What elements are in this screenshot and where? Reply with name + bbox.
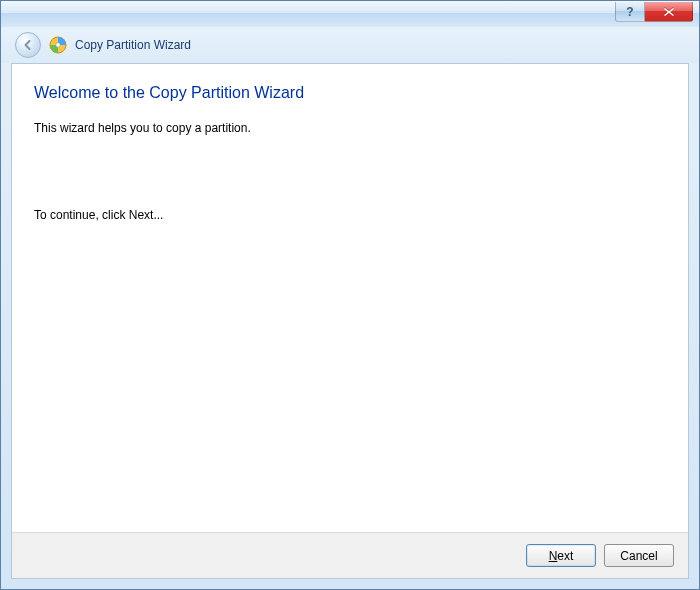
next-button[interactable]: Next [526,544,596,567]
next-label-rest: ext [557,549,573,563]
arrow-left-icon [21,38,35,52]
help-button[interactable]: ? [615,2,645,22]
content-panel: Welcome to the Copy Partition Wizard Thi… [11,63,689,579]
cancel-button[interactable]: Cancel [604,544,674,567]
titlebar: ? [1,1,699,27]
footer-bar: Next Cancel [12,532,688,578]
partition-wizard-icon [49,36,67,54]
close-icon [663,7,675,17]
close-button[interactable] [645,2,693,22]
wizard-body: Welcome to the Copy Partition Wizard Thi… [12,64,688,532]
header-title: Copy Partition Wizard [75,38,191,52]
wizard-heading: Welcome to the Copy Partition Wizard [34,84,666,102]
svg-point-1 [56,43,60,47]
wizard-window: ? Copy Partition Wizard Welcome to the C [0,0,700,590]
next-mnemonic: N [549,549,558,563]
help-icon: ? [626,5,633,19]
header-strip: Copy Partition Wizard [1,27,699,63]
wizard-intro-text: This wizard helps you to copy a partitio… [34,120,666,137]
back-button[interactable] [15,32,41,58]
wizard-continue-text: To continue, click Next... [34,207,666,224]
